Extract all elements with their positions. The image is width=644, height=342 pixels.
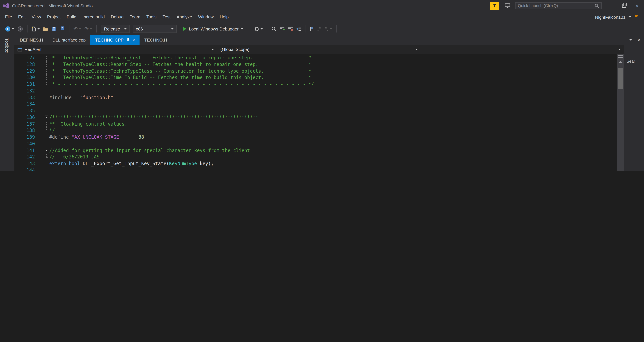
toggle-bookmark-button[interactable] xyxy=(309,25,315,32)
menu-item-incredibuild[interactable]: Incredibuild xyxy=(79,11,108,23)
menu-item-debug[interactable]: Debug xyxy=(108,11,126,23)
start-debugging-button[interactable]: Local Windows Debugger xyxy=(180,24,247,33)
line-number[interactable]: 128 xyxy=(14,61,35,68)
menu-item-tools[interactable]: Tools xyxy=(144,11,160,23)
bookmark-options-caret-icon[interactable] xyxy=(330,28,332,29)
code-text[interactable]: * TechnoTypeClass::Time_To_Build -- Fetc… xyxy=(49,75,311,81)
code-text[interactable]: */ xyxy=(49,128,55,134)
undo-caret-icon[interactable] xyxy=(79,28,81,29)
line-number[interactable]: 133 xyxy=(14,94,35,101)
minimize-button[interactable] xyxy=(604,0,617,11)
restore-button[interactable] xyxy=(617,0,630,11)
menu-item-project[interactable]: Project xyxy=(44,11,64,23)
notifications-icon[interactable] xyxy=(634,14,639,19)
type-scope-dropdown[interactable]: (Global Scope) xyxy=(217,45,421,54)
line-number[interactable]: 131 xyxy=(14,81,35,88)
redo-button[interactable]: ↷ xyxy=(83,25,93,32)
next-bookmark-button[interactable] xyxy=(324,25,334,32)
remote-display-icon[interactable] xyxy=(503,1,512,10)
menu-item-window[interactable]: Window xyxy=(195,11,217,23)
navigate-forward-button[interactable] xyxy=(16,25,24,33)
signed-in-user[interactable]: NightFalcon101 xyxy=(595,14,626,19)
line-number[interactable]: 138 xyxy=(14,128,35,134)
menu-item-analyze[interactable]: Analyze xyxy=(174,11,195,23)
code-text[interactable]: extern bool DLL_Export_Get_Input_Key_Sta… xyxy=(49,161,214,167)
line-number[interactable]: 139 xyxy=(14,134,35,141)
line-number[interactable]: 130 xyxy=(14,75,35,81)
navigate-backward-caret-icon[interactable] xyxy=(12,28,14,29)
debug-target-caret-icon[interactable] xyxy=(241,28,244,29)
previous-bookmark-button[interactable] xyxy=(316,25,322,32)
feedback-filter-icon[interactable] xyxy=(490,1,499,10)
code-text[interactable]: #define MAX_UNCLOAK_STAGE 38 xyxy=(49,134,144,141)
line-number[interactable]: 136 xyxy=(14,114,35,121)
toolbar-separator xyxy=(250,25,250,32)
line-number[interactable]: 135 xyxy=(14,108,35,114)
line-number[interactable]: 134 xyxy=(14,101,35,108)
close-tab-icon[interactable]: × xyxy=(132,38,135,42)
navigate-backward-button[interactable] xyxy=(4,25,16,33)
code-text[interactable]: //Added for getting the input for specia… xyxy=(49,147,250,154)
menu-item-test[interactable]: Test xyxy=(160,11,174,23)
code-text[interactable]: // - 6/26/2019 JAS xyxy=(49,154,100,161)
increase-indent-button[interactable] xyxy=(295,25,303,32)
line-number[interactable]: 129 xyxy=(14,68,35,75)
user-dropdown-caret-icon[interactable] xyxy=(628,16,631,18)
debug-target-options-caret-icon[interactable] xyxy=(260,28,263,29)
new-file-button[interactable] xyxy=(30,25,41,32)
menu-item-file[interactable]: File xyxy=(2,11,15,23)
search-autohide-tab[interactable]: Sear xyxy=(626,59,644,64)
code-text[interactable]: * TechnoTypeClass::TechnoTypeClass -- Co… xyxy=(49,68,311,75)
undo-button[interactable]: ↶ xyxy=(72,25,82,32)
quick-launch-input[interactable]: Quick Launch (Ctrl+Q) xyxy=(515,2,602,9)
tab-techno.cpp[interactable]: TECHNO.CPP× xyxy=(90,35,140,45)
menu-item-team[interactable]: Team xyxy=(126,11,144,23)
line-number[interactable]: 144 xyxy=(14,167,35,171)
close-document-icon[interactable]: × xyxy=(637,37,640,43)
tab-techno.h[interactable]: TECHNO.H xyxy=(140,35,172,45)
new-file-caret-icon[interactable] xyxy=(37,28,40,29)
line-number[interactable]: 141 xyxy=(14,147,35,154)
uncomment-selection-button[interactable] xyxy=(287,25,294,32)
code-text[interactable]: ** Cloaking control values. xyxy=(49,121,127,128)
line-number[interactable]: 142 xyxy=(14,154,35,161)
menu-item-view[interactable]: View xyxy=(29,11,44,23)
save-button[interactable] xyxy=(50,25,57,32)
collapse-region-icon[interactable] xyxy=(44,116,48,119)
code-text[interactable]: * TechnoTypeClass::Repair_Step -- Fetche… xyxy=(49,61,311,68)
line-number[interactable]: 132 xyxy=(14,88,35,94)
splitter-grip-icon[interactable] xyxy=(618,55,623,59)
tab-list-dropdown-icon[interactable] xyxy=(629,39,632,40)
save-all-button[interactable] xyxy=(58,25,66,32)
project-scope-dropdown[interactable]: RedAlert xyxy=(14,45,217,54)
open-file-button[interactable] xyxy=(42,25,49,32)
code-editor[interactable]: 127 * TechnoTypeClass::Repair_Cost -- Fe… xyxy=(14,54,617,171)
solution-platform-combo[interactable]: x86 xyxy=(133,25,177,33)
debug-target-button[interactable] xyxy=(254,25,264,32)
code-text[interactable]: /***************************************… xyxy=(49,114,258,121)
tab-defines.h[interactable]: DEFINES.H xyxy=(15,35,48,45)
pin-tab-icon[interactable] xyxy=(126,38,130,42)
close-window-button[interactable]: × xyxy=(630,0,644,11)
collapse-region-icon[interactable] xyxy=(44,149,48,153)
menu-item-help[interactable]: Help xyxy=(217,11,232,23)
code-text[interactable]: * - - - - - - - - - - - - - - - - - - - … xyxy=(49,81,314,88)
solution-configuration-combo[interactable]: Release xyxy=(101,25,130,33)
code-text[interactable]: * TechnoTypeClass::Repair_Cost -- Fetche… xyxy=(49,55,311,61)
find-in-files-button[interactable] xyxy=(270,25,278,32)
vertical-scrollbar-thumb[interactable] xyxy=(618,68,623,89)
tab-dllinterface.cpp[interactable]: DLLInterface.cpp xyxy=(48,35,90,45)
menu-item-build[interactable]: Build xyxy=(64,11,80,23)
line-number[interactable]: 127 xyxy=(14,55,35,61)
code-text[interactable]: #include "function.h" xyxy=(49,94,113,101)
redo-caret-icon[interactable] xyxy=(90,28,92,29)
line-number[interactable]: 140 xyxy=(14,141,35,147)
menu-item-edit[interactable]: Edit xyxy=(15,11,29,23)
vertical-scrollbar[interactable] xyxy=(617,54,624,171)
toolbox-autohide-tab[interactable]: Toolbox xyxy=(4,38,10,53)
line-number[interactable]: 143 xyxy=(14,161,35,167)
comment-selection-button[interactable] xyxy=(278,25,286,32)
line-number[interactable]: 137 xyxy=(14,121,35,128)
scroll-up-icon[interactable] xyxy=(618,61,622,63)
member-scope-dropdown[interactable] xyxy=(421,45,624,54)
